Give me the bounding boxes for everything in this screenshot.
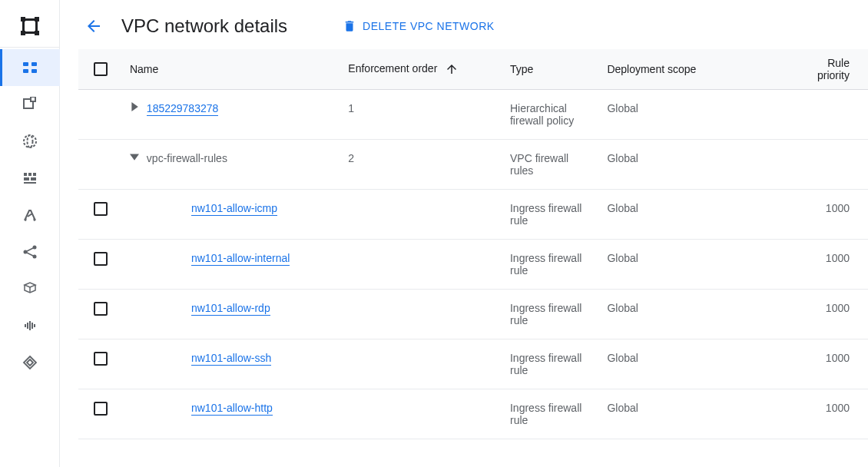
row-checkbox[interactable] [94,402,108,416]
header-priority[interactable]: Rule priority [787,49,868,89]
firewall-icon [22,171,38,186]
table-row: nw101-allow-sshIngress firewall ruleGlob… [78,339,868,389]
row-checkbox-cell [78,239,124,289]
row-type: Ingress firewall rule [504,289,601,339]
row-name-cell: nw101-allow-rdp [124,289,342,339]
svg-marker-33 [27,359,33,366]
row-name[interactable]: nw101-allow-ssh [191,352,271,366]
row-type: Hierarchical firewall policy [504,89,601,139]
row-name: vpc-firewall-rules [147,152,227,164]
row-priority: 1000 [787,289,868,339]
routes-icon [22,207,38,223]
row-type: VPC firewall rules [504,139,601,189]
table-row: vpc-firewall-rules2VPC firewall rulesGlo… [78,139,868,189]
row-enforcement [342,239,504,289]
row-checkbox[interactable] [94,352,108,366]
svg-rect-18 [24,182,36,184]
nav-external-ip[interactable] [0,86,60,123]
svg-rect-29 [29,321,31,330]
expand-icon[interactable] [130,102,139,111]
row-name[interactable]: nw101-allow-http [191,402,273,416]
svg-rect-16 [24,173,36,176]
select-all-checkbox[interactable] [94,62,108,76]
row-enforcement [342,189,504,239]
nav-vpc-networks[interactable] [0,49,60,86]
delete-vpc-label: Delete VPC Network [363,20,495,32]
row-scope: Global [601,339,787,389]
back-button[interactable] [78,11,109,41]
row-enforcement [342,389,504,439]
svg-rect-19 [27,173,28,176]
row-scope: Global [601,389,787,439]
row-checkbox[interactable] [94,252,108,266]
vpc-logo-icon [19,15,41,37]
row-name[interactable]: nw101-allow-rdp [191,302,270,316]
svg-marker-34 [131,102,137,111]
row-checkbox-cell [78,139,124,189]
row-name[interactable]: nw101-allow-internal [191,252,290,266]
row-name[interactable]: nw101-allow-icmp [191,202,277,216]
table-row: 1852297832781Hierarchical firewall polic… [78,89,868,139]
nav-shared-vpc[interactable] [0,270,60,307]
row-checkbox[interactable] [94,302,108,316]
vpc-networks-icon [22,60,38,75]
svg-rect-31 [34,324,35,327]
row-name-cell: nw101-allow-internal [124,239,342,289]
svg-marker-32 [24,356,36,369]
row-checkbox-cell [78,389,124,439]
row-scope: Global [601,289,787,339]
firewall-table: Name Enforcement order Type Deployment s… [78,49,868,467]
page-title: VPC network details [121,15,287,37]
row-checkbox[interactable] [94,202,108,216]
row-name-cell: nw101-allow-ssh [124,339,342,389]
side-nav [0,0,60,467]
row-name[interactable]: 185229783278 [147,102,218,116]
header-name[interactable]: Name [124,49,342,89]
collapse-icon[interactable] [130,152,139,161]
svg-rect-10 [23,69,28,73]
row-checkbox-cell [78,339,124,389]
svg-rect-7 [35,18,38,34]
table-row: nw101-allow-httpIngress firewall ruleGlo… [78,389,868,439]
shared-vpc-icon [22,281,38,296]
row-scope: Global [601,189,787,239]
packet-mirroring-icon [22,355,38,370]
table-header-row: Name Enforcement order Type Deployment s… [78,49,868,89]
row-type: Ingress firewall rule [504,339,601,389]
row-type: Ingress firewall rule [504,389,601,439]
svg-rect-27 [25,324,26,327]
row-priority: 1000 [787,339,868,389]
row-priority [787,139,868,189]
header-type[interactable]: Type [504,49,601,89]
svg-rect-28 [27,323,28,329]
row-name-cell: nw101-allow-http [124,389,342,439]
svg-rect-6 [22,18,25,34]
nav-peering[interactable] [0,234,60,270]
svg-rect-30 [31,323,33,329]
table-row: nw101-allow-internalIngress firewall rul… [78,239,868,289]
row-type: Ingress firewall rule [504,239,601,289]
svg-point-14 [24,135,36,147]
header-enforcement[interactable]: Enforcement order [342,49,504,89]
nav-serverless-vpc[interactable] [0,307,60,344]
nav-routes[interactable] [0,197,60,234]
nav-firewall[interactable] [0,160,60,197]
delete-vpc-button[interactable]: Delete VPC Network [343,19,495,33]
row-enforcement [342,289,504,339]
row-enforcement [342,339,504,389]
byoip-icon [22,134,38,149]
row-name-cell: 185229783278 [124,89,342,139]
svg-rect-21 [29,177,31,181]
svg-rect-20 [31,173,33,176]
peering-icon [22,244,38,260]
svg-marker-35 [130,154,139,160]
row-name-cell: vpc-firewall-rules [124,139,342,189]
row-name-cell: nw101-allow-icmp [124,189,342,239]
nav-byoip[interactable] [0,123,60,160]
header-scope[interactable]: Deployment scope [601,49,787,89]
row-priority [787,89,868,139]
row-enforcement: 2 [342,139,504,189]
external-ip-icon [22,97,38,112]
main-content: VPC network details Delete VPC Network N… [60,0,868,467]
nav-packet-mirroring[interactable] [0,344,60,381]
